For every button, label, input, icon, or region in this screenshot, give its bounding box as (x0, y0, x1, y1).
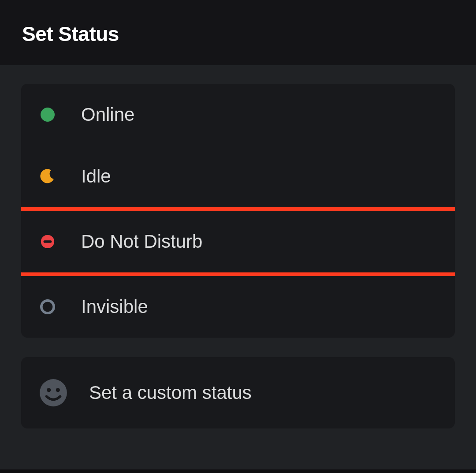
status-options-card: Online Idle Do Not Disturb (21, 84, 455, 338)
svg-point-3 (41, 301, 54, 313)
status-option-label: Do Not Disturb (81, 231, 202, 252)
header: Set Status (0, 0, 476, 65)
svg-point-0 (41, 108, 55, 122)
svg-point-5 (47, 388, 51, 392)
status-option-dnd[interactable]: Do Not Disturb (21, 207, 455, 276)
status-option-online[interactable]: Online (21, 84, 455, 145)
page-title: Set Status (22, 22, 454, 46)
invisible-icon (39, 298, 56, 316)
svg-point-4 (40, 379, 67, 406)
status-option-label: Idle (81, 166, 111, 187)
online-icon (39, 106, 56, 123)
status-option-label: Invisible (81, 296, 148, 317)
set-custom-status-button[interactable]: Set a custom status (21, 357, 455, 428)
bottom-edge (0, 469, 476, 473)
idle-icon (39, 168, 56, 185)
status-option-label: Online (81, 104, 134, 125)
content-area: Online Idle Do Not Disturb (0, 65, 476, 428)
svg-rect-2 (44, 240, 52, 243)
status-option-invisible[interactable]: Invisible (21, 276, 455, 338)
custom-status-label: Set a custom status (89, 382, 252, 403)
emoji-icon (39, 378, 68, 407)
dnd-icon (39, 233, 56, 250)
svg-point-6 (56, 388, 60, 392)
status-option-idle[interactable]: Idle (21, 145, 455, 207)
